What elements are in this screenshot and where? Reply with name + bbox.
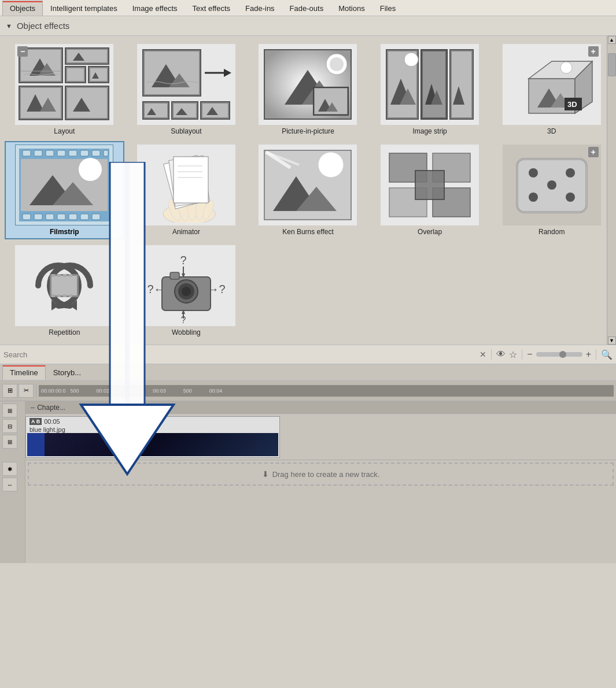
tab-storyboard[interactable]: Storyb... [46,365,88,380]
svg-text:?: ? [180,315,186,323]
drag-down-icon: ⬇ [262,469,269,479]
divider-2 [522,349,522,360]
minus-badge: − [17,46,28,57]
scroll-down-btn[interactable]: ▼ [608,336,616,345]
effect-overlap[interactable]: Overlap [370,141,490,239]
effect-sublayout-label: Sublayout [171,127,201,135]
tab-text-effects[interactable]: Text effects [185,1,238,16]
effect-layout[interactable]: − [5,40,124,139]
clip-duration: 00:05 [44,418,60,425]
timeline-tabs-container: Timeline Storyb... [0,364,616,380]
tab-motions[interactable]: Motions [331,1,372,16]
svg-point-61 [560,62,572,73]
effect-repetition[interactable]: Repetition [5,242,124,340]
clear-search-btn[interactable]: ✕ [479,350,486,359]
svg-rect-9 [67,68,84,81]
svg-rect-126 [69,294,72,297]
track-clip[interactable]: A B 00:05 blue light.jpg [25,416,280,458]
zoom-thumb[interactable] [559,351,566,358]
timeline-tool-1[interactable]: ⊞ [2,384,17,398]
timeline-left-panel: ⊞ ⊟ ⊞ ✱ ↔ [0,401,25,563]
svg-rect-74 [34,214,42,220]
svg-text:3D: 3D [567,100,577,109]
scroll-up-btn[interactable]: ▲ [608,36,616,44]
svg-rect-121 [63,274,67,277]
search-icon[interactable]: 🔍 [601,349,613,360]
effect-layout-label: Layout [54,127,75,135]
zoom-slider[interactable] [536,352,582,357]
clip-ab-badge: A B [29,418,42,425]
svg-rect-70 [80,150,88,156]
svg-point-109 [547,180,556,190]
svg-point-48 [404,53,418,66]
timecode-start: 00:00:00:0 [41,388,66,394]
svg-marker-25 [224,69,231,77]
tab-files[interactable]: Files [372,1,403,16]
svg-rect-54 [452,51,471,117]
plus-badge-3d: + [588,46,599,57]
svg-rect-71 [92,150,100,156]
eye-icon[interactable]: 👁 [496,349,506,360]
svg-rect-30 [174,103,196,117]
tab-fade-outs[interactable]: Fade-outs [282,1,331,16]
tab-fade-ins[interactable]: Fade-ins [238,1,282,16]
tl-btn-1[interactable]: ⊞ [2,404,17,417]
tab-objects[interactable]: Objects [2,1,43,16]
collapse-arrow[interactable]: ▼ [6,23,12,29]
effect-sublayout[interactable]: Sublayout [127,40,246,139]
timeline-toolbar: ⊞ ✂ 00:00:00:0 500 00:02 500 00:03 500 0… [0,380,616,401]
svg-rect-21 [145,51,199,94]
effect-pip[interactable]: Picture-in-picture [248,40,368,139]
svg-point-39 [330,57,344,71]
star-icon[interactable]: ☆ [509,349,517,360]
effect-pip-label: Picture-in-picture [282,127,334,135]
effects-row-2: Filmstrip [0,141,616,242]
effects-grid: − [0,36,616,345]
effect-animator-label: Animator [172,228,200,236]
ruler-mark-02: 00:02 [97,388,110,394]
timeline-tool-2[interactable]: ✂ [19,384,34,398]
tab-intelligent-templates[interactable]: Intelligent templates [43,1,125,16]
top-nav: Objects Intelligent templates Image effe… [0,0,616,16]
ruler-500-2: 500 [127,388,135,394]
effect-wobbling[interactable]: ? ?← →? [127,242,246,340]
timeline-section: Timeline Storyb... ⊞ ✂ 00:00:00:0 500 00… [0,364,616,563]
svg-point-83 [79,158,102,181]
effect-image-strip[interactable]: Image strip [370,40,490,139]
effects-scrollbar[interactable]: ▲ ▼ [607,36,616,345]
tracks-area: − Chapte... A B 00:05 blue light.jpg [25,401,616,563]
svg-text:?←: ?← [147,283,165,295]
effect-random[interactable]: + Random [492,141,611,239]
effect-filmstrip[interactable]: Filmstrip [5,141,124,239]
tab-image-effects[interactable]: Image effects [125,1,185,16]
svg-rect-77 [69,214,77,220]
chapter-collapse-btn[interactable]: − [30,403,35,412]
svg-rect-134 [170,272,179,279]
tl-btn-5[interactable]: ↔ [2,478,17,491]
tab-timeline[interactable]: Timeline [2,365,46,380]
empty-cell-1 [248,242,368,340]
svg-point-133 [182,287,191,296]
timeline-tabs: Timeline Storyb... [0,364,616,380]
svg-point-110 [566,168,575,177]
svg-rect-123 [51,294,55,297]
ruler-mark-03: 00:03 [153,388,166,394]
svg-rect-119 [51,274,55,277]
zoom-in-btn[interactable]: + [586,349,591,360]
effect-filmstrip-label: Filmstrip [50,228,79,236]
tl-btn-4[interactable]: ✱ [2,462,17,476]
clip-preview [27,433,278,456]
zoom-out-btn[interactable]: − [527,349,532,360]
tl-btn-3[interactable]: ⊞ [2,435,17,449]
search-input[interactable] [3,350,476,359]
effect-repetition-label: Repetition [49,328,80,336]
effect-overlap-label: Overlap [418,228,442,236]
tl-btn-2[interactable]: ⊟ [2,419,17,433]
scroll-thumb[interactable] [608,53,616,76]
effect-ken-burns[interactable]: Ken Burns effect [248,141,368,239]
effect-animator[interactable]: Animator [127,141,246,239]
svg-rect-33 [202,103,228,117]
effect-3d[interactable]: + [492,40,611,139]
ruler-mark-04: 00:04 [209,388,223,394]
svg-rect-118 [51,276,77,295]
